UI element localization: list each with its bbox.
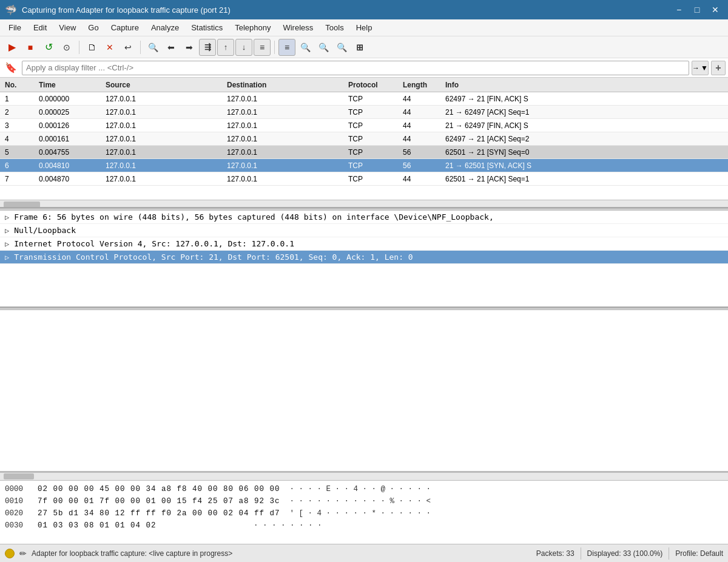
zoom-reset-button[interactable]: 🔍 xyxy=(333,39,350,56)
hex-horiz-scroll[interactable] xyxy=(0,472,728,481)
col-header-time: Time xyxy=(36,81,103,89)
packet-row[interactable]: 2 0.000025 127.0.0.1 127.0.0.1 TCP 44 21… xyxy=(0,106,728,119)
filter-arrow-icon: → xyxy=(692,64,699,72)
statusbar-right: Packets: 33 Displayed: 33 (100.0%) Profi… xyxy=(536,547,723,560)
filter-add-button[interactable]: + xyxy=(711,61,726,75)
hex-row: 0020 27 5b d1 34 80 12 ff ff f0 2a 00 00… xyxy=(5,507,723,520)
minimize-button[interactable]: − xyxy=(671,3,687,16)
capture-edit-icon: ✏ xyxy=(19,549,27,558)
stop-capture-button[interactable]: ■ xyxy=(22,39,39,56)
cell-source: 127.0.0.1 xyxy=(103,148,224,157)
hex-scrollbar-thumb[interactable] xyxy=(4,473,34,479)
cell-protocol: TCP xyxy=(346,148,400,157)
cell-no: 5 xyxy=(0,148,36,157)
filter-input[interactable] xyxy=(22,61,689,75)
detail-row[interactable]: ▷Transmission Control Protocol, Src Port… xyxy=(0,251,728,264)
statusbar-left: ✏ Adapter for loopback traffic capture: … xyxy=(5,549,536,558)
menu-item-analyze[interactable]: Analyze xyxy=(145,21,185,35)
restart-capture-button[interactable]: ↺ xyxy=(40,39,57,56)
hex-bytes: 7f 00 00 01 7f 00 00 01 00 15 f4 25 07 a… xyxy=(38,495,280,507)
cell-length: 44 xyxy=(400,121,443,130)
cell-time: 0.000161 xyxy=(36,135,103,143)
app-window: 🦈 Capturing from Adapter for loopback tr… xyxy=(0,0,728,562)
titlebar-controls: − □ ✕ xyxy=(671,3,723,16)
toolbar-sep-2 xyxy=(140,41,141,54)
cell-source: 127.0.0.1 xyxy=(103,175,224,183)
cell-protocol: TCP xyxy=(346,95,400,103)
save-close-button[interactable]: ✕ xyxy=(101,39,118,56)
cell-length: 44 xyxy=(400,95,443,103)
menu-item-statistics[interactable]: Statistics xyxy=(185,21,229,35)
packet-row[interactable]: 5 0.004755 127.0.0.1 127.0.0.1 TCP 56 62… xyxy=(0,146,728,159)
autoscroll-button[interactable]: ≡ xyxy=(278,39,295,56)
packet-horiz-scroll[interactable] xyxy=(0,200,728,208)
cell-protocol: TCP xyxy=(346,161,400,170)
hex-offset: 0020 xyxy=(5,507,28,520)
menu-item-tools[interactable]: Tools xyxy=(319,21,349,35)
packet-row[interactable]: 3 0.000126 127.0.0.1 127.0.0.1 TCP 44 21… xyxy=(0,119,728,132)
reload-button[interactable]: ↩ xyxy=(120,39,136,56)
cell-info: 21 → 62497 [ACK] Seq=1 xyxy=(443,108,728,117)
menu-item-file[interactable]: File xyxy=(2,21,27,35)
cell-protocol: TCP xyxy=(346,175,400,183)
cell-time: 0.000126 xyxy=(36,121,103,130)
forward-button[interactable]: ➡ xyxy=(181,39,198,56)
scroll-last-button[interactable]: ↓ xyxy=(235,39,252,56)
start-capture-button[interactable]: ▶ xyxy=(4,39,21,56)
filterbar: 🔖 → ▼ + xyxy=(0,58,728,78)
empty-middle-pane xyxy=(0,310,728,472)
close-button[interactable]: ✕ xyxy=(707,3,723,16)
hex-ascii: ' [ · 4 · · · · · * · · · · · · xyxy=(290,507,431,520)
menu-item-help[interactable]: Help xyxy=(350,21,379,35)
menu-item-telephony[interactable]: Telephony xyxy=(229,21,277,35)
col-header-protocol: Protocol xyxy=(346,81,400,89)
cell-destination: 127.0.0.1 xyxy=(224,148,346,157)
hex-ascii: · · · · · · · · xyxy=(254,520,322,532)
col-header-info: Info xyxy=(443,81,720,89)
open-button[interactable]: 🗋 xyxy=(83,39,100,56)
zoom-out-button[interactable]: 🔍 xyxy=(315,39,332,56)
hex-row: 0000 02 00 00 00 45 00 00 34 a8 f8 40 00… xyxy=(5,483,723,495)
goto-button[interactable]: ⇶ xyxy=(199,39,216,56)
cell-destination: 127.0.0.1 xyxy=(224,121,346,130)
expand-icon[interactable]: ▷ xyxy=(5,240,9,248)
find-button[interactable]: 🔍 xyxy=(144,39,161,56)
expand-icon[interactable]: ▷ xyxy=(5,253,9,262)
expand-icon[interactable]: ▷ xyxy=(5,226,9,235)
detail-row[interactable]: ▷Frame 6: 56 bytes on wire (448 bits), 5… xyxy=(0,211,728,224)
cell-length: 56 xyxy=(400,148,443,157)
cell-no: 7 xyxy=(0,175,36,183)
menu-item-wireless[interactable]: Wireless xyxy=(277,21,319,35)
capture-options-button[interactable]: ⊙ xyxy=(58,39,75,56)
hex-ascii: · · · · E · · 4 · · @ · · · · · xyxy=(290,483,431,495)
expand-all-button[interactable]: ⊞ xyxy=(351,39,368,56)
filter-bookmark-icon[interactable]: 🔖 xyxy=(2,61,19,75)
menu-item-edit[interactable]: Edit xyxy=(27,21,53,35)
cell-length: 56 xyxy=(400,161,443,170)
filter-dropdown-icon: ▼ xyxy=(701,64,708,72)
packet-rows-container: 1 0.000000 127.0.0.1 127.0.0.1 TCP 44 62… xyxy=(0,92,728,200)
detail-row[interactable]: ▷Internet Protocol Version 4, Src: 127.0… xyxy=(0,237,728,251)
hex-bytes: 01 03 03 08 01 01 04 02 xyxy=(38,520,244,532)
packet-list-header: No. Time Source Destination Protocol Len… xyxy=(0,78,728,92)
detail-row[interactable]: ▷Null/Loopback xyxy=(0,224,728,237)
col-header-length: Length xyxy=(400,81,443,89)
packet-row[interactable]: 1 0.000000 127.0.0.1 127.0.0.1 TCP 44 62… xyxy=(0,92,728,106)
back-button[interactable]: ⬅ xyxy=(163,39,180,56)
packet-row[interactable]: 7 0.004870 127.0.0.1 127.0.0.1 TCP 44 62… xyxy=(0,172,728,186)
packet-row[interactable]: 4 0.000161 127.0.0.1 127.0.0.1 TCP 44 62… xyxy=(0,132,728,146)
zoom-in-button[interactable]: 🔍 xyxy=(297,39,314,56)
scroll-first-button[interactable]: ↑ xyxy=(217,39,234,56)
menu-item-go[interactable]: Go xyxy=(82,21,104,35)
cell-no: 4 xyxy=(0,135,36,143)
colorize-button[interactable]: ≡ xyxy=(254,39,271,56)
menu-item-capture[interactable]: Capture xyxy=(105,21,145,35)
menu-item-view[interactable]: View xyxy=(53,21,82,35)
horiz-scrollbar-thumb[interactable] xyxy=(4,201,40,208)
cell-time: 0.004870 xyxy=(36,175,103,183)
cell-info: 62497 → 21 [FIN, ACK] S xyxy=(443,95,728,103)
packet-row[interactable]: 6 0.004810 127.0.0.1 127.0.0.1 TCP 56 21… xyxy=(0,159,728,172)
maximize-button[interactable]: □ xyxy=(689,3,705,16)
expand-icon[interactable]: ▷ xyxy=(5,213,9,222)
filter-apply-button[interactable]: → ▼ xyxy=(692,61,709,75)
